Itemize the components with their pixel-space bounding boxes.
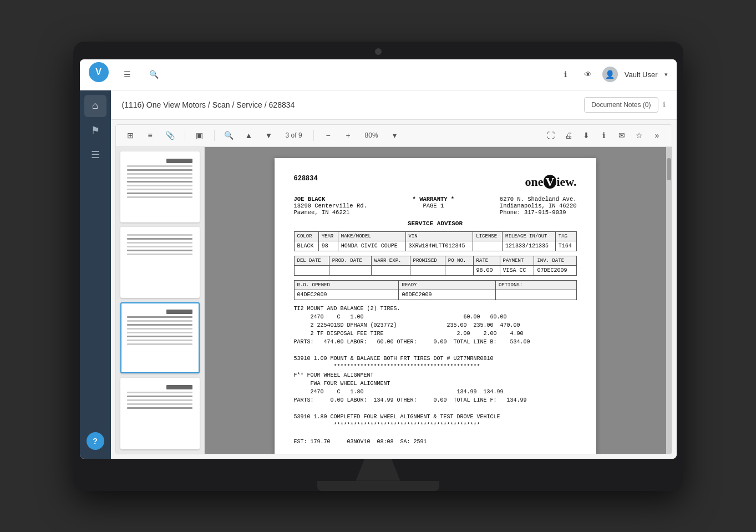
service-line-1: TI2 MOUNT AND BALANCE (2) TIRES. [294,305,577,313]
cell-license [473,241,503,251]
doc-info-button[interactable]: ℹ [596,128,612,143]
sidebar-item-notes[interactable]: ☰ [84,144,106,166]
cell-proddate [329,265,371,275]
table-row: BLACK 98 HONDA CIVIC COUPE 3XRW184WLTT01… [294,241,576,251]
search-button[interactable]: 🔍 [146,67,162,82]
customer-address-2: Pawnee, IN 46221 [294,209,367,216]
stand-neck [356,459,400,481]
thumbnail-4[interactable] [120,378,200,449]
scrollbar-thumb[interactable] [667,158,671,180]
doc-notes-button[interactable]: Document Notes (0) [584,97,658,113]
viewer-body: 628834 oneView. JOE BLACK [116,147,672,454]
cell-ready: 06DEC2009 [399,290,495,300]
company-phone: Phone: 317-915-9039 [500,209,577,216]
doc-notes-label: Document Notes (0) [591,101,651,109]
cell-vin: 3XRW184WLTT012345 [405,241,473,251]
cell-mileage: 121333/121335 [502,241,555,251]
warranty-label: * WARRANTY * [413,196,455,202]
content-area: (1116) One View Motors / Scan / Service … [111,90,677,459]
zoom-level: 80% [361,131,383,139]
top-bar-right: ℹ 👁 👤 Vault User ▾ [558,67,668,82]
email-button[interactable]: ✉ [614,128,630,143]
star-button[interactable]: ☆ [632,128,647,143]
col-ro-opened: R.O. OPENED [294,280,399,290]
col-tag: TAG [555,231,576,241]
info-button[interactable]: ℹ [558,67,574,82]
cell-ro-opened: 04DEC2009 [294,290,399,300]
col-year: YEAR [318,231,338,241]
zoom-out-button[interactable]: − [321,128,336,143]
menu-button[interactable]: ☰ [120,67,135,82]
col-ready: READY [399,280,495,290]
viewer-toolbar: ⊞ ≡ 📎 ▣ 🔍 ▲ ▼ 3 of 9 − [116,125,672,147]
thumbnail-panel [116,147,205,454]
service-line-13: ****************************************… [294,421,577,429]
view-button[interactable]: 👁 [580,67,596,82]
company-address: 6270 N. Shadeland Ave. Indianapolis, IN … [500,196,577,216]
attach-button[interactable]: 📎 [163,128,178,143]
cell-rate: 98.00 [473,265,500,275]
sidebar-item-flag[interactable]: ⚑ [84,119,106,141]
service-line-11: PARTS: 0.00 LABOR: 134.99 OTHER: 0.00 TO… [294,396,577,404]
service-line-12: 53910 1.80 COMPLETED FOUR WHEEL ALIGNMEN… [294,413,577,421]
help-button[interactable]: ? [87,432,104,450]
zoom-in-button[interactable]: + [341,128,356,143]
company-address-2: Indianapolis, IN 46220 [500,202,577,209]
page-indicator: 3 of 9 [281,131,307,139]
company-logo: oneView. [525,175,577,189]
toolbar-right: ⛶ 🖨 ⬇ ℹ ✉ ☆ » [543,128,665,143]
next-page-button[interactable]: ▼ [261,128,277,143]
page-label: PAGE 1 [413,202,455,209]
grid-view-button[interactable]: ⊞ [123,128,138,143]
col-proddate: PROD. DATE [329,256,371,265]
col-mileage: MILEAGE IN/OUT [502,231,555,241]
col-invdate: INV. DATE [534,256,576,265]
service-line-8: F** FOUR WHEEL ALIGNMENT [294,371,577,379]
toolbar-separator-1 [185,130,185,141]
scrollbar[interactable] [666,147,672,454]
cell-color: BLACK [294,241,318,251]
zoom-chevron-button[interactable]: ▾ [387,128,403,143]
breadcrumb: (1116) One View Motors / Scan / Service … [122,100,295,109]
col-pono: PO NO. [445,256,473,265]
print-button[interactable]: 🖨 [561,128,576,143]
app-logo[interactable]: V [89,62,109,82]
service-section: TI2 MOUNT AND BALANCE (2) TIRES. 2470 C … [294,305,577,454]
list-view-button[interactable]: ≡ [143,128,158,143]
user-chevron-icon[interactable]: ▾ [664,71,668,78]
cell-payment: VISA CC [500,265,534,275]
date-table: DEL DATE PROD. DATE WARR EXP. PROMISED P… [294,256,577,276]
service-line-4: 2 TF DISPOSAL FEE TIRE 2.00 2.00 4.00 [294,330,577,338]
sidebar-bottom: ? [87,432,104,454]
cell-warrexp [371,265,410,275]
customer-name: JOE BLACK [294,196,367,202]
more-button[interactable]: » [650,128,665,143]
table-row: 98.00 VISA CC 07DEC2009 [294,265,576,275]
service-line-7: ****************************************… [294,363,577,371]
cell-deldate [294,265,329,275]
breadcrumb-bar: (1116) One View Motors / Scan / Service … [111,90,677,120]
prev-page-button[interactable]: ▲ [241,128,257,143]
avatar: 👤 [602,67,618,82]
doc-page: 628834 oneView. JOE BLACK [275,158,596,454]
doc-address-row: JOE BLACK 13290 Centerville Rd. Pawnee, … [294,196,577,216]
toolbar-separator-2 [214,130,215,141]
col-makemodel: MAKE/MODEL [338,231,405,241]
fullscreen-button[interactable]: ⛶ [543,128,559,143]
service-line-9: FWA FOUR WHEEL ALIGNMENT [294,379,577,388]
download-button[interactable]: ⬇ [579,128,594,143]
thumbnail-1[interactable] [120,151,200,222]
thumbnail-2[interactable] [120,227,200,298]
doc-viewer: ⊞ ≡ 📎 ▣ 🔍 ▲ ▼ 3 of 9 − [115,124,672,454]
panel-button[interactable]: ▣ [192,128,207,143]
table-row: 04DEC2009 06DEC2009 [294,290,576,300]
col-vin: VIN [405,231,473,241]
user-name: Vault User [625,70,658,79]
col-promised: PROMISED [410,256,445,265]
doc-main: 628834 oneView. JOE BLACK [205,147,666,454]
sidebar-item-home[interactable]: ⌂ [84,95,106,117]
doc-search-button[interactable]: 🔍 [221,128,237,143]
thumbnail-3[interactable] [120,302,200,373]
col-color: COLOR [294,231,318,241]
customer-info: JOE BLACK 13290 Centerville Rd. Pawnee, … [294,196,367,216]
